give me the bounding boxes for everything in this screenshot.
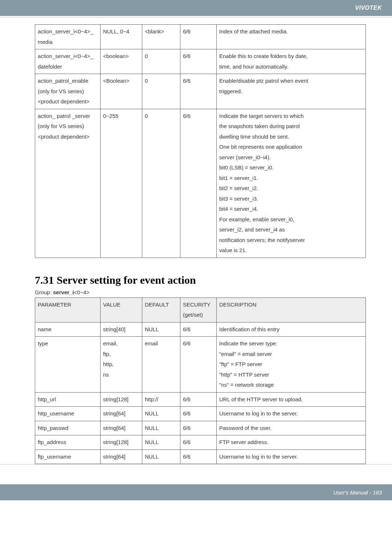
cell-default: NULL (142, 407, 180, 421)
cell-value: email,ftp,http,ns (101, 337, 142, 393)
cell-parameter: ftp_username (35, 450, 101, 464)
table-row: http_passwdstring[64]NULL6/6Password of … (35, 421, 366, 435)
cell-security: 6/6 (180, 25, 217, 49)
group-name: server_i (53, 289, 74, 295)
group-suffix: <0~4> (74, 289, 90, 295)
group-prefix: Group: (35, 289, 53, 295)
parameter-table-1: action_server_i<0~4>_mediaNULL, 0~4<blan… (35, 24, 366, 258)
cell-default: 0 (142, 109, 180, 258)
brand-label: VIVOTEK (355, 5, 382, 11)
cell-default: 0 (142, 74, 180, 109)
table-row: action_server_i<0~4>_datefolder<boolean>… (35, 49, 366, 74)
table-row: ftp_addressstring[128]NULL6/6FTP server … (35, 435, 366, 450)
cell-value: string[64] (101, 450, 142, 464)
cell-description: Indicate the target servers to whichthe … (217, 109, 366, 258)
cell-value: string[64] (101, 421, 142, 435)
cell-description: Username to log in to the server. (217, 407, 366, 421)
cell-parameter: action_ patrol _server(only for VS serie… (35, 109, 101, 258)
cell-parameter: action_patrol_enable(only for VS series)… (35, 74, 101, 109)
cell-value: <boolean> (101, 49, 142, 74)
header-value: VALUE (101, 297, 142, 322)
table-row: typeemail,ftp,http,nsemail6/6Indicate th… (35, 337, 366, 393)
header-default: DEFAULT (142, 297, 180, 322)
cell-value: string[40] (101, 322, 142, 337)
cell-description: URL of the HTTP server to upload. (217, 392, 366, 407)
cell-default: email (142, 337, 180, 393)
header-description: DESCRIPTION (217, 297, 366, 322)
cell-security: 6/6 (180, 421, 217, 435)
page-content: action_server_i<0~4>_mediaNULL, 0~4<blan… (0, 18, 392, 464)
parameter-table-2: PARAMETER VALUE DEFAULT SECURITY (get/se… (35, 297, 366, 464)
table-row: action_ patrol _server(only for VS serie… (35, 109, 366, 258)
cell-description: Enable this to create folders by date,ti… (217, 49, 366, 74)
cell-value: string[64] (101, 407, 142, 421)
table-header-row: PARAMETER VALUE DEFAULT SECURITY (get/se… (35, 297, 366, 322)
table-row: namestring[40]NULL6/6Identification of t… (35, 322, 366, 337)
cell-security: 6/6 (180, 407, 217, 421)
cell-security: 6/6 (180, 392, 217, 407)
cell-value: 0~255 (101, 109, 142, 258)
cell-security: 6/6 (180, 109, 217, 258)
header-security: SECURITY (get/set) (180, 297, 217, 322)
cell-description: FTP server address. (217, 435, 366, 450)
cell-description: Enable/disable ptz patrol when eventtrig… (217, 74, 366, 109)
table-row: action_server_i<0~4>_mediaNULL, 0~4<blan… (35, 25, 366, 49)
cell-parameter: name (35, 322, 101, 337)
cell-parameter: ftp_address (35, 435, 101, 450)
cell-security: 6/6 (180, 49, 217, 74)
footer-divider (0, 464, 392, 465)
cell-description: Indicate the server type:"email" = email… (217, 337, 366, 393)
table-row: action_patrol_enable(only for VS series)… (35, 74, 366, 109)
cell-description: Index of the attached media. (217, 25, 366, 49)
footer-label: User's Manual - 183 (333, 489, 382, 496)
header-parameter: PARAMETER (35, 297, 101, 322)
cell-security: 6/6 (180, 322, 217, 337)
cell-security: 6/6 (180, 74, 217, 109)
section-title: 7.31 Server setting for event action (35, 274, 366, 286)
cell-parameter: http_url (35, 392, 101, 407)
cell-parameter: http_username (35, 407, 101, 421)
table-row: http_usernamestring[64]NULL6/6Username t… (35, 407, 366, 421)
page-footer: User's Manual - 183 (0, 484, 392, 500)
cell-default: NULL (142, 322, 180, 337)
cell-default: NULL (142, 450, 180, 464)
cell-value: NULL, 0~4 (101, 25, 142, 49)
cell-parameter: http_passwd (35, 421, 101, 435)
cell-value: <Boolean> (101, 74, 142, 109)
cell-value: string[128] (101, 435, 142, 450)
cell-parameter: action_server_i<0~4>_media (35, 25, 101, 49)
cell-parameter: type (35, 337, 101, 393)
cell-security: 6/6 (180, 337, 217, 393)
cell-security: 6/6 (180, 450, 217, 464)
cell-default: NULL (142, 421, 180, 435)
cell-default: 0 (142, 49, 180, 74)
cell-default: NULL (142, 435, 180, 450)
table-row: http_urlstring[128]http://6/6URL of the … (35, 392, 366, 407)
cell-default: http:// (142, 392, 180, 407)
cell-description: Username to log in to the server. (217, 450, 366, 464)
table-row: ftp_usernamestring[64]NULL6/6Username to… (35, 450, 366, 464)
group-line: Group: server_i<0~4> (35, 289, 366, 295)
cell-description: Password of the user. (217, 421, 366, 435)
page-header: VIVOTEK (0, 0, 392, 16)
cell-value: string[128] (101, 392, 142, 407)
cell-default: <blank> (142, 25, 180, 49)
cell-security: 6/6 (180, 435, 217, 450)
cell-parameter: action_server_i<0~4>_datefolder (35, 49, 101, 74)
cell-description: Identification of this entry (217, 322, 366, 337)
